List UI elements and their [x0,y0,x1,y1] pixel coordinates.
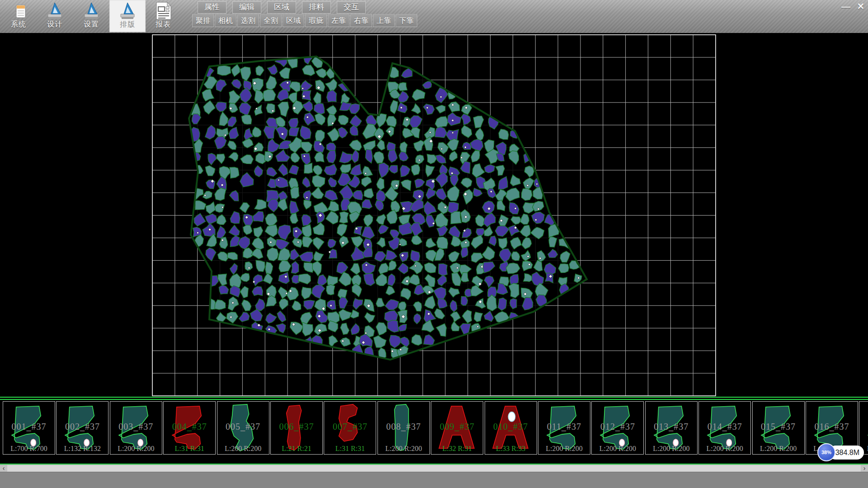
app-report-label: 报表 [148,20,178,29]
settings-icon [82,1,101,20]
app-system-label: 系统 [4,20,33,29]
app-design[interactable]: 设计 [40,0,70,32]
scroll-left-icon: ‹ [3,465,5,472]
menu-nesting[interactable]: 排料 [302,1,331,14]
part-lr-count: L:33 R:33 [485,445,537,453]
tool-cut-all[interactable]: 全割 [260,14,282,27]
part-lr-count: L:31 R:31 [164,445,215,453]
part-thumbnail[interactable]: 010_#37L:33 R:33 [485,401,537,455]
report-icon [154,1,173,20]
part-label: 002_#37 [57,422,108,432]
part-thumbnail[interactable]: 002_#37L:132 R:132 [56,401,108,455]
part-lr-count: L:200 R:200 [699,445,750,453]
part-label: 008_#37 [378,422,429,432]
part-label: 006_#37 [271,422,322,432]
part-label: 016_#37 [806,422,858,432]
tool-camera[interactable]: 相机 [215,14,236,27]
part-lr-count: L:200 R:200 [110,445,162,453]
tool-snap-right[interactable]: 右靠 [350,14,372,27]
menu-interaction[interactable]: 交互 [337,1,366,14]
tool-cluster-nest[interactable]: 聚排 [192,14,214,27]
nesting-canvas[interactable] [0,33,868,397]
tool-region[interactable]: 区域 [283,14,304,27]
design-icon [45,1,64,20]
tool-snap-top[interactable]: 上靠 [373,14,395,27]
progress-value: 38% [821,450,831,455]
part-label: 017_#37 [859,422,868,432]
tool-snap-bottom[interactable]: 下靠 [396,14,417,27]
part-thumbnail[interactable]: 014_#37L:200 R:200 [698,401,751,455]
part-thumbnail[interactable]: 005_#37L:200 R:200 [217,401,269,455]
app-system[interactable]: ⚙系统 [4,0,33,32]
part-thumbnail[interactable]: 011_#37L:200 R:200 [538,401,590,455]
part-lr-count: L:700 R:700 [3,445,55,453]
part-lr-count: L:21 R:21 [271,445,322,453]
part-label: 004_#37 [164,422,215,432]
layout-icon [118,1,137,20]
strip-accent-line [0,399,868,400]
part-thumbnail[interactable]: 006_#37L:21 R:21 [270,401,323,455]
part-thumbnail[interactable]: 008_#37L:200 R:200 [377,401,430,455]
scroll-left-button[interactable]: ‹ [0,465,7,472]
part-label: 014_#37 [699,422,750,432]
part-thumbnail[interactable]: 004_#37L:31 R:31 [163,401,216,455]
part-label: 011_#37 [538,422,590,432]
part-lr-count: L:132 R:132 [57,445,108,453]
parts-strip: 001_#37L:700 R:700002_#37L:132 R:132003_… [0,397,868,465]
part-label: 009_#37 [431,422,483,432]
part-lr-count: L:200 R:200 [592,445,643,453]
part-label: 003_#37 [110,422,162,432]
app-report[interactable]: 报表 [148,0,178,32]
system-icon: ⚙ [9,1,28,20]
part-lr-count: L:200 R:200 [217,445,269,453]
scroll-right-icon: › [863,465,866,472]
horizontal-scrollbar[interactable]: ‹ › [0,465,868,472]
part-lr-count: L:200 R:200 [378,445,429,453]
strip-accent-line [0,397,868,398]
part-label: 012_#37 [592,422,643,432]
part-lr-count: L:200 R:200 [646,445,697,453]
part-label: 013_#37 [646,422,697,432]
tool-defect[interactable]: 瑕疵 [305,14,327,27]
minimize-icon: — [841,1,850,11]
toolbar: ⚙系统设计设置排版报表 属性编辑区域排料交互 聚排相机选割全割区域瑕疵左靠右靠上… [0,0,868,33]
nesting-drawing [0,33,868,397]
status-bar [0,472,868,488]
part-label: 015_#37 [753,422,804,432]
app-layout[interactable]: 排版 [109,0,146,32]
part-thumbnail[interactable]: 013_#37L:200 R:200 [645,401,698,455]
app-settings-label: 设置 [76,20,106,29]
minimize-button[interactable]: — [839,1,853,11]
app-window: ⚙系统设计设置排版报表 属性编辑区域排料交互 聚排相机选割全割区域瑕疵左靠右靠上… [0,0,868,488]
menu-region[interactable]: 区域 [267,1,296,14]
part-thumbnail[interactable]: 001_#37L:700 R:700 [3,401,55,455]
tool-snap-left[interactable]: 左靠 [328,14,349,27]
part-lr-count: L:31 R:31 [324,445,376,453]
part-label: 007_#37 [324,422,376,432]
app-settings[interactable]: 设置 [76,0,106,32]
menu-edit[interactable]: 编辑 [232,1,261,14]
part-thumbnail[interactable]: 009_#37L:32 R:31 [431,401,483,455]
tool-select-cut[interactable]: 选割 [237,14,259,27]
part-label: 010_#37 [485,422,537,432]
part-lr-count: L:200 R:200 [753,445,804,453]
part-thumbnail[interactable]: 003_#37L:200 R:200 [110,401,162,455]
menu-properties[interactable]: 属性 [198,1,226,14]
part-label: 005_#37 [217,422,269,432]
part-thumbnail[interactable]: 007_#37L:31 R:31 [324,401,376,455]
part-label: 001_#37 [3,422,55,432]
app-layout-label: 排版 [109,20,146,29]
close-button[interactable]: ✕ [854,1,867,11]
part-thumbnail[interactable]: 015_#37L:200 R:200 [752,401,805,455]
progress-badge: 38% [817,443,835,461]
part-thumbnail[interactable]: 012_#37L:200 R:200 [591,401,644,455]
app-design-label: 设计 [40,20,70,29]
memory-value: 384.8M [835,449,859,456]
scroll-right-button[interactable]: › [861,465,868,472]
part-lr-count: L:32 R:31 [431,445,483,453]
close-icon: ✕ [857,1,865,11]
part-lr-count: L:200 R:200 [538,445,590,453]
